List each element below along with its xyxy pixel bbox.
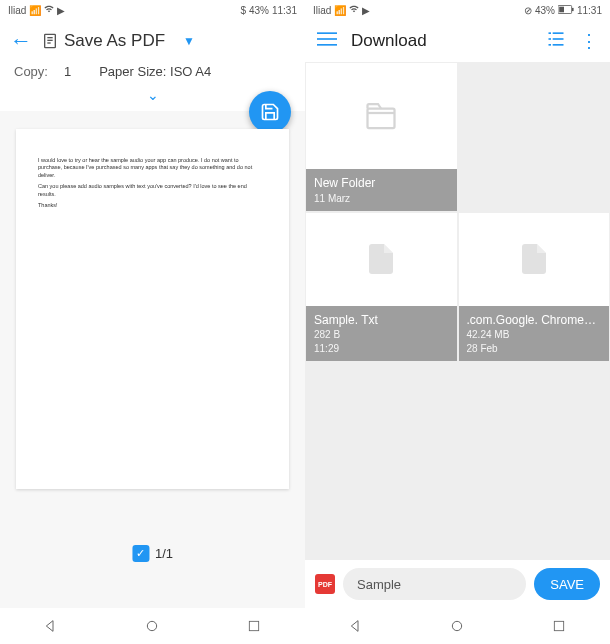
status-bar-right: Iliad 📶 ▶ ⊘ 43% 11:31 <box>305 0 610 20</box>
appbar-title-text[interactable]: Save As PDF <box>64 31 165 51</box>
signal-icon: 📶 <box>29 5 41 16</box>
svg-rect-8 <box>317 38 337 40</box>
file-icon <box>516 241 552 277</box>
file-name: .com.Google. Chrome… <box>467 312 602 328</box>
svg-rect-14 <box>549 44 552 46</box>
svg-rect-5 <box>559 6 564 12</box>
svg-point-21 <box>453 621 462 630</box>
svg-rect-19 <box>249 621 258 630</box>
battery-prefix: $ <box>240 5 246 16</box>
pdf-badge-icon: PDF <box>315 574 335 594</box>
preview-line: I would love to try or hear the sample a… <box>38 157 267 164</box>
carrier-label: Iliad <box>313 5 331 16</box>
file-time: 11:29 <box>314 342 449 356</box>
system-navbar <box>0 608 610 644</box>
preview-line: purchase, because I've purchased so many… <box>38 164 267 171</box>
preview-area: I would love to try or hear the sample a… <box>0 111 305 608</box>
status-bar-left: Iliad 📶 ▶ $43% 11:31 <box>0 0 305 20</box>
dnd-icon: ⊘ <box>524 5 532 16</box>
clock: 11:31 <box>272 5 297 16</box>
nav-home-icon[interactable] <box>445 614 469 638</box>
filename-input[interactable]: Sample <box>343 568 526 600</box>
appbar-title-text: Download <box>351 31 532 51</box>
print-options: Copy: 1 Paper Size: ISO A4 <box>0 62 305 83</box>
save-fab[interactable] <box>249 91 291 133</box>
svg-rect-7 <box>317 32 337 34</box>
file-name: New Folder <box>314 175 449 191</box>
document-icon <box>42 32 58 50</box>
file-meta: 11 Marz <box>314 192 449 206</box>
file-size: 42.24 MB <box>467 328 602 342</box>
preview-line: results. <box>38 191 267 198</box>
app-bar-left: ← Save As PDF ▼ <box>0 20 305 62</box>
battery-percent: 43% <box>535 5 555 16</box>
chevron-down-icon: ⌄ <box>147 87 159 103</box>
svg-rect-16 <box>368 109 395 129</box>
copy-label: Copy: <box>14 64 48 79</box>
preview-line: Thanks! <box>38 202 267 209</box>
save-icon <box>260 102 280 122</box>
folder-icon <box>363 98 399 134</box>
copy-value[interactable]: 1 <box>64 64 71 79</box>
chevron-down-icon[interactable]: ▼ <box>183 34 195 48</box>
svg-rect-11 <box>553 32 564 34</box>
more-icon[interactable]: ⋮ <box>580 30 598 52</box>
preview-line: deliver. <box>38 172 267 179</box>
svg-rect-15 <box>553 44 564 46</box>
nav-back-icon[interactable] <box>344 614 368 638</box>
battery-icon <box>558 5 574 16</box>
paper-size[interactable]: Paper Size: ISO A4 <box>99 64 291 79</box>
save-button[interactable]: SAVE <box>534 568 600 600</box>
svg-rect-13 <box>553 38 564 40</box>
carrier-label: Iliad <box>8 5 26 16</box>
nav-back-icon[interactable] <box>39 614 63 638</box>
clock: 11:31 <box>577 5 602 16</box>
filename-value: Sample <box>357 577 401 592</box>
svg-rect-12 <box>549 38 552 40</box>
svg-rect-9 <box>317 44 337 46</box>
files-grid: New Folder 11 Marz Sample. Txt 282 B 11:… <box>305 62 610 560</box>
signal-icon: 📶 <box>334 5 346 16</box>
svg-rect-22 <box>554 621 563 630</box>
nav-home-icon[interactable] <box>140 614 164 638</box>
svg-point-18 <box>148 621 157 630</box>
page-counter: ✓ 1/1 <box>132 545 173 562</box>
page-preview[interactable]: I would love to try or hear the sample a… <box>16 129 289 489</box>
menu-icon[interactable] <box>317 29 337 53</box>
play-icon: ▶ <box>57 5 65 16</box>
file-tile[interactable]: .com.Google. Chrome… 42.24 MB 28 Feb <box>458 212 611 362</box>
wifi-icon <box>44 4 54 16</box>
save-bar: PDF Sample SAVE <box>305 560 610 608</box>
svg-marker-20 <box>351 621 358 632</box>
file-icon <box>363 241 399 277</box>
file-name: Sample. Txt <box>314 312 449 328</box>
empty-tile <box>458 62 611 212</box>
wifi-icon <box>349 4 359 16</box>
svg-rect-6 <box>572 7 574 10</box>
save-button-label: SAVE <box>550 577 584 592</box>
svg-marker-17 <box>46 621 53 632</box>
file-tile-folder[interactable]: New Folder 11 Marz <box>305 62 458 212</box>
list-view-icon[interactable] <box>546 29 566 53</box>
app-bar-right: Download ⋮ <box>305 20 610 62</box>
svg-rect-10 <box>549 32 552 34</box>
nav-recent-icon[interactable] <box>547 614 571 638</box>
file-size: 282 B <box>314 328 449 342</box>
play-icon: ▶ <box>362 5 370 16</box>
nav-recent-icon[interactable] <box>242 614 266 638</box>
page-checkbox[interactable]: ✓ <box>132 545 149 562</box>
page-counter-text: 1/1 <box>155 546 173 561</box>
back-icon[interactable]: ← <box>10 28 32 54</box>
preview-line: Can you please add audio samples with te… <box>38 183 267 190</box>
file-tile[interactable]: Sample. Txt 282 B 11:29 <box>305 212 458 362</box>
file-date: 28 Feb <box>467 342 602 356</box>
battery-percent: 43% <box>249 5 269 16</box>
